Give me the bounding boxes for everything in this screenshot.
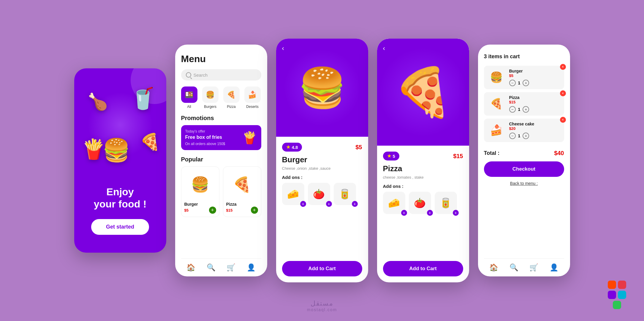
popular-item-burger[interactable]: 🍔 Burger $5 + <box>181 166 219 217</box>
nav-search[interactable]: 🔍 <box>207 263 216 272</box>
addon-mayo-add[interactable]: + <box>352 201 358 207</box>
addon-sauce[interactable]: 🍅 + <box>308 183 330 205</box>
search-bar[interactable]: Search <box>181 69 261 81</box>
decorative-icons <box>608 281 626 309</box>
add-burger-button[interactable]: + <box>209 207 216 214</box>
nav-profile[interactable]: 👤 <box>247 263 256 272</box>
burger-addons-label: Add ons : <box>282 175 362 180</box>
pizza-rating-price-row: ★ 5 $15 <box>383 152 463 160</box>
add-pizza-button[interactable]: + <box>251 207 258 214</box>
cart-burger-name: Burger <box>509 69 558 73</box>
pizza-hero-area: ‹ 🍕 <box>377 39 469 146</box>
burger-rating-value: 4.8 <box>292 145 298 150</box>
category-pizza-icon: 🍕 <box>223 86 240 103</box>
add-to-cart-burger-button[interactable]: Add to Cart <box>282 261 362 276</box>
deco-red-dot <box>618 281 626 289</box>
category-deserts-label: Deserts <box>246 105 258 109</box>
cart-pizza-remove[interactable]: × <box>560 90 566 96</box>
pizza-addon-tomato[interactable]: 🍅 + <box>409 192 431 214</box>
cart-cheesecake-qty-row: − 1 + <box>509 133 558 139</box>
splash-screen: 🥤 🍟 🍔 🍗 🍕 Enjoy your food ! Get started <box>74 68 166 253</box>
burger-detail-content: ★ 4.8 $5 Burger Cheese ,onion ,stake ,sa… <box>276 137 368 282</box>
pizza-mayo-icon: 🥫 <box>440 197 452 209</box>
cart-cheesecake-decrease[interactable]: − <box>509 133 516 139</box>
cart-nav-cart[interactable]: 🛒 <box>529 263 538 272</box>
pizza-price-tag: $15 <box>453 153 463 160</box>
burger-card-name: Burger <box>184 202 198 207</box>
burger-addons-row: 🧀 + 🍅 + 🥫 + <box>282 183 362 205</box>
popular-title: Popular <box>181 156 261 163</box>
back-button-burger[interactable]: ‹ <box>282 45 284 52</box>
category-pizza[interactable]: 🍕 Pizza <box>223 86 240 109</box>
pizza-cheese-icon: 🧀 <box>388 197 400 209</box>
search-placeholder: Search <box>194 73 208 78</box>
checkout-button[interactable]: Checkout <box>484 161 564 177</box>
cart-pizza-image: 🍕 <box>487 96 506 112</box>
cart-nav-search[interactable]: 🔍 <box>509 263 518 272</box>
addon-mayo[interactable]: 🥫 + <box>334 183 356 205</box>
cart-cheesecake-price: $20 <box>509 126 558 131</box>
cart-pizza-info: Pizza $15 − 1 + <box>506 95 561 113</box>
addon-cheese[interactable]: 🧀 + <box>282 183 304 205</box>
pizza-addon-mayo-add[interactable]: + <box>453 210 459 216</box>
popular-item-pizza[interactable]: 🍕 Pizza $15 + <box>223 166 261 217</box>
back-to-menu-link[interactable]: Back to menu : <box>484 181 564 186</box>
cart-burger-increase[interactable]: + <box>523 80 529 86</box>
addon-sauce-add[interactable]: + <box>326 201 332 207</box>
nav-home[interactable]: 🏠 <box>186 263 195 272</box>
burger-rating-badge: ★ 4.8 <box>282 143 302 152</box>
cart-burger-image: 🍔 <box>487 69 506 86</box>
cart-pizza-qty: 1 <box>518 107 520 112</box>
pizza-addon-mayo[interactable]: 🥫 + <box>435 192 457 214</box>
cart-burger-remove[interactable]: × <box>560 64 566 70</box>
cheese-icon: 🧀 <box>287 188 299 200</box>
nuggets-icon: 🍗 <box>88 92 108 111</box>
pizza-price-row: $15 + <box>226 207 258 214</box>
promo-card[interactable]: Today's offer Free box of fries On all o… <box>181 125 261 150</box>
cart-burger-info: Burger $5 − 1 + <box>506 69 561 86</box>
watermark: مستقل mostaql.com <box>307 300 337 312</box>
pizza-addons-row: 🧀 + 🍅 + 🥫 + <box>383 192 463 214</box>
cart-pizza-qty-row: − 1 + <box>509 106 558 113</box>
pizza-star-icon: ★ <box>387 153 391 159</box>
get-started-button[interactable]: Get started <box>91 219 149 235</box>
cart-pizza-decrease[interactable]: − <box>509 106 516 113</box>
burger-name: Burger <box>282 155 362 164</box>
cart-cheesecake-qty: 1 <box>518 133 520 138</box>
cart-item-pizza: 🍕 Pizza $15 − 1 + × <box>484 92 564 116</box>
cart-cheesecake-increase[interactable]: + <box>523 133 529 139</box>
cart-cheesecake-info: Cheese cake $20 − 1 + <box>506 122 561 139</box>
category-all-label: All <box>187 105 191 109</box>
nav-cart[interactable]: 🛒 <box>227 263 235 272</box>
pizza-tomato-icon: 🍅 <box>414 197 426 209</box>
pizza-icon: 🍕 <box>140 132 160 152</box>
deco-orange-dot <box>608 281 616 289</box>
burger-rating-price-row: ★ 4.8 $5 <box>282 143 362 152</box>
category-pizza-label: Pizza <box>227 105 235 109</box>
pizza-rating-value: 5 <box>393 154 395 159</box>
burger-description: Cheese ,onion ,stake ,sauce <box>282 166 362 171</box>
cart-nav-home[interactable]: 🏠 <box>489 263 498 272</box>
add-to-cart-pizza-button[interactable]: Add to Cart <box>383 261 463 276</box>
cart-pizza-increase[interactable]: + <box>523 106 529 113</box>
promotions-title: Promotions <box>181 115 261 122</box>
burger-hero-area: ‹ 🍔 <box>276 39 368 137</box>
cart-burger-qty: 1 <box>518 81 520 85</box>
cart-cheesecake-remove[interactable]: × <box>560 117 566 123</box>
pizza-addon-cheese[interactable]: 🧀 + <box>383 192 405 214</box>
pizza-addon-cheese-add[interactable]: + <box>401 210 407 216</box>
addon-cheese-add[interactable]: + <box>300 201 306 207</box>
burger-price-row: $5 + <box>184 207 216 214</box>
cart-burger-decrease[interactable]: − <box>509 80 516 86</box>
pizza-rating-badge: ★ 5 <box>383 152 399 160</box>
cart-cheesecake-image: 🍰 <box>487 122 506 139</box>
categories-row: 🍱 All 🍔 Burgers 🍕 Pizza 🍰 Deserts <box>181 86 261 109</box>
category-deserts[interactable]: 🍰 Deserts <box>244 86 261 109</box>
total-amount: $40 <box>554 150 564 157</box>
pizza-addon-tomato-add[interactable]: + <box>427 210 433 216</box>
category-all[interactable]: 🍱 All <box>181 86 197 109</box>
back-button-pizza[interactable]: ‹ <box>383 45 385 52</box>
cart-nav-profile[interactable]: 👤 <box>550 263 558 272</box>
category-burgers[interactable]: 🍔 Burgers <box>202 86 219 109</box>
star-icon: ★ <box>286 144 290 150</box>
